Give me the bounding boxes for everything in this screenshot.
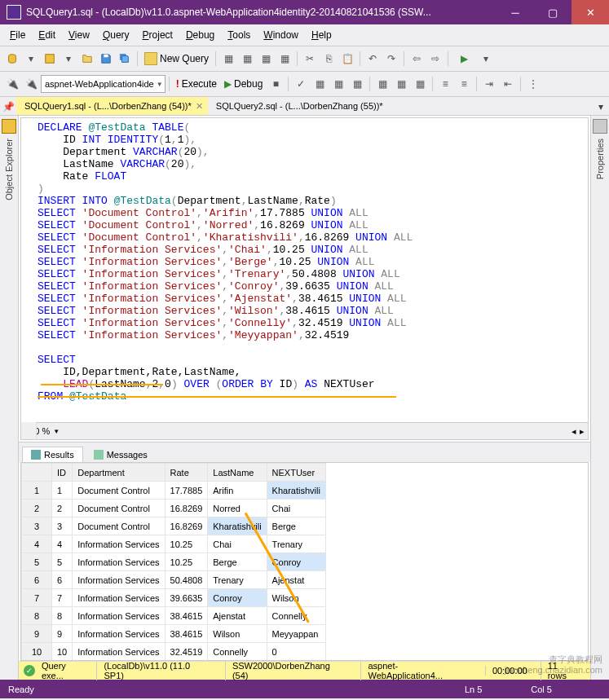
options-icon[interactable]: ▦ bbox=[329, 75, 347, 93]
open-file-icon[interactable] bbox=[78, 50, 96, 68]
tab-results[interactable]: Results bbox=[22, 447, 83, 462]
menu-edit[interactable]: Edit bbox=[32, 28, 62, 42]
tab-sqlquery2[interactable]: SQLQuery2.sql - (L...\DorbenZhang (55))* bbox=[208, 97, 388, 115]
stop-icon[interactable]: ■ bbox=[267, 75, 285, 93]
specify-values-icon[interactable]: ⋮ bbox=[524, 75, 542, 93]
redo-icon[interactable]: ↷ bbox=[382, 50, 400, 68]
chevron-down-icon[interactable]: ▾ bbox=[477, 50, 495, 68]
success-icon: ✓ bbox=[24, 665, 35, 676]
nav-fwd-icon[interactable]: ⇨ bbox=[426, 50, 444, 68]
properties-tab[interactable]: Properties bbox=[595, 134, 605, 184]
cut-icon[interactable]: ✂ bbox=[301, 50, 319, 68]
uncomment-icon[interactable]: ≡ bbox=[455, 75, 473, 93]
results-grid[interactable]: IDDepartmentRateLastNameNEXTUser11Docume… bbox=[20, 462, 589, 661]
column-header[interactable]: Department bbox=[73, 464, 165, 482]
status-server: (LocalDb)\v11.0 (11.0 SP1) bbox=[96, 661, 218, 680]
tab-messages[interactable]: Messages bbox=[85, 447, 157, 462]
table-icon[interactable]: ▦ bbox=[219, 50, 237, 68]
menu-view[interactable]: View bbox=[62, 28, 96, 42]
maximize-button[interactable]: ▢ bbox=[534, 0, 571, 24]
table-icon[interactable]: ▦ bbox=[238, 50, 256, 68]
paste-icon[interactable]: 📋 bbox=[338, 50, 356, 68]
copy-icon[interactable]: ⎘ bbox=[320, 50, 338, 68]
tab-list-icon[interactable]: ▾ bbox=[593, 99, 609, 115]
column-header[interactable]: NEXTUser bbox=[267, 464, 325, 482]
table-row[interactable]: 33Document Control16.8269KharatishviliBe… bbox=[22, 517, 326, 535]
status-user: SSW2000\DorbenZhang (54) bbox=[225, 661, 355, 680]
minimize-button[interactable]: ─ bbox=[496, 0, 534, 24]
db-icon[interactable] bbox=[3, 50, 21, 68]
change-connection-icon[interactable]: 🔌 bbox=[22, 75, 40, 93]
outdent-icon[interactable]: ⇤ bbox=[499, 75, 517, 93]
menu-bar: File Edit View Query Project Debug Tools… bbox=[0, 24, 609, 46]
menu-project[interactable]: Project bbox=[136, 28, 179, 42]
table-row[interactable]: 99Information Services38.4615WilsonMeyya… bbox=[22, 625, 326, 643]
svg-rect-1 bbox=[46, 55, 55, 64]
object-explorer-icon[interactable] bbox=[2, 119, 16, 134]
connect-icon[interactable]: 🔌 bbox=[3, 75, 21, 93]
plan-icon[interactable]: ▦ bbox=[311, 75, 329, 93]
scroll-left-icon[interactable]: ◂ bbox=[571, 426, 576, 437]
column-header[interactable]: Rate bbox=[165, 464, 208, 482]
table-row[interactable]: 44Information Services10.25ChaiTrenary bbox=[22, 535, 326, 553]
table-row[interactable]: 1010Information Services32.4519Connelly0 bbox=[22, 643, 326, 661]
results-grid-icon[interactable]: ▦ bbox=[373, 75, 391, 93]
scroll-right-icon[interactable]: ▸ bbox=[580, 426, 585, 437]
execute-button[interactable]: !Execute bbox=[173, 76, 220, 92]
start-icon[interactable]: ▶ bbox=[452, 50, 476, 68]
column-header[interactable]: ID bbox=[52, 464, 73, 482]
intellisense-icon[interactable]: ▦ bbox=[348, 75, 366, 93]
title-bar: SQLQuery1.sql - (LocalDb)\v11.0.aspnet-W… bbox=[0, 0, 609, 24]
table-row[interactable]: 1111Information Services32.4519Meyyappan… bbox=[22, 661, 326, 662]
results-text-icon[interactable]: ▦ bbox=[392, 75, 410, 93]
indent-icon[interactable]: ⇥ bbox=[480, 75, 498, 93]
chevron-down-icon[interactable]: ▾ bbox=[22, 50, 40, 68]
table-row[interactable]: 77Information Services39.6635ConroyWilso… bbox=[22, 589, 326, 607]
column-header[interactable] bbox=[22, 464, 52, 482]
tab-sqlquery1[interactable]: SQLQuery1.sql - (L...\DorbenZhang (54))*… bbox=[16, 97, 208, 115]
menu-query[interactable]: Query bbox=[96, 28, 136, 42]
svg-rect-2 bbox=[104, 55, 108, 58]
comment-icon[interactable]: ≡ bbox=[436, 75, 454, 93]
menu-file[interactable]: File bbox=[3, 28, 32, 42]
results-file-icon[interactable]: ▦ bbox=[411, 75, 429, 93]
separator bbox=[215, 51, 216, 66]
db-engine-icon[interactable] bbox=[41, 50, 59, 68]
status-col: Col 5 bbox=[531, 685, 552, 694]
menu-debug[interactable]: Debug bbox=[179, 28, 221, 42]
table-row[interactable]: 22Document Control16.8269NorredChai bbox=[22, 500, 326, 517]
debug-button[interactable]: ▶Debug bbox=[221, 76, 266, 92]
table-row[interactable]: 55Information Services10.25BergeConroy bbox=[22, 553, 326, 571]
table-row[interactable]: 11Document Control17.7885ArifinKharatish… bbox=[22, 482, 326, 500]
close-button[interactable]: ✕ bbox=[571, 0, 609, 24]
toolbar-2: 🔌 🔌 aspnet-WebApplication4ide▼ !Execute … bbox=[0, 72, 609, 97]
chevron-down-icon[interactable]: ▾ bbox=[60, 50, 77, 68]
status-rows: 11 rows bbox=[541, 661, 585, 680]
parse-icon[interactable]: ✓ bbox=[292, 75, 310, 93]
save-all-icon[interactable] bbox=[116, 50, 134, 68]
save-icon[interactable] bbox=[97, 50, 115, 68]
table-icon[interactable]: ▦ bbox=[257, 50, 275, 68]
nav-back-icon[interactable]: ⇦ bbox=[408, 50, 426, 68]
table-icon[interactable]: ▦ bbox=[276, 50, 293, 68]
status-query: Query exe... bbox=[42, 661, 90, 680]
close-tab-icon[interactable]: ✕ bbox=[196, 101, 203, 112]
menu-help[interactable]: Help bbox=[305, 28, 338, 42]
row-number: 9 bbox=[22, 625, 52, 643]
column-header[interactable]: LastName bbox=[208, 464, 267, 482]
properties-icon[interactable] bbox=[593, 119, 607, 134]
grid-icon bbox=[31, 450, 41, 460]
database-dropdown[interactable]: aspnet-WebApplication4ide▼ bbox=[41, 75, 165, 93]
separator bbox=[288, 77, 289, 91]
undo-icon[interactable]: ↶ bbox=[364, 50, 382, 68]
separator bbox=[520, 77, 521, 91]
editor-pane: − − − DECLARE @TestData TABLE( ID INT ID… bbox=[20, 117, 589, 440]
code-editor[interactable]: DECLARE @TestData TABLE( ID INT IDENTITY… bbox=[21, 118, 588, 422]
menu-tools[interactable]: Tools bbox=[221, 28, 257, 42]
object-explorer-tab[interactable]: Object Explorer bbox=[4, 134, 14, 205]
zoom-bar: 100 %▼ ◂▸ bbox=[21, 422, 588, 439]
new-query-button[interactable]: New Query bbox=[141, 51, 212, 67]
table-row[interactable]: 88Information Services38.4615AjenstatCon… bbox=[22, 607, 326, 625]
pin-icon[interactable]: 📌 bbox=[0, 99, 16, 115]
menu-window[interactable]: Window bbox=[257, 28, 305, 42]
